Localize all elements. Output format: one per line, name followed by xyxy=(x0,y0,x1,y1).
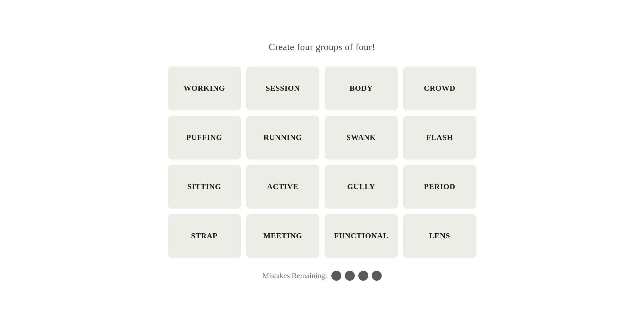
tile-meeting[interactable]: MEETING xyxy=(246,214,319,258)
tile-label-running: RUNNING xyxy=(263,133,302,142)
tile-working[interactable]: WORKING xyxy=(168,66,241,110)
tile-label-body: BODY xyxy=(350,84,373,93)
mistakes-label: Mistakes Remaining: xyxy=(262,271,327,280)
tile-label-puffing: PUFFING xyxy=(186,133,222,142)
tile-swank[interactable]: SWANK xyxy=(325,116,398,160)
tile-label-working: WORKING xyxy=(184,84,225,93)
mistakes-section: Mistakes Remaining: xyxy=(262,271,382,281)
tile-label-strap: STRAP xyxy=(191,232,217,240)
tile-label-active: ACTIVE xyxy=(267,182,298,191)
tile-functional[interactable]: FUNCTIONAL xyxy=(325,214,398,258)
game-subtitle: Create four groups of four! xyxy=(269,42,375,52)
tile-label-swank: SWANK xyxy=(347,133,376,142)
tile-label-period: PERIOD xyxy=(424,182,455,191)
mistake-dot-1 xyxy=(331,271,341,281)
tile-sitting[interactable]: SITTING xyxy=(168,165,241,209)
tile-label-flash: FLASH xyxy=(426,133,453,142)
tile-gully[interactable]: GULLY xyxy=(325,165,398,209)
tile-label-sitting: SITTING xyxy=(187,182,221,191)
tile-strap[interactable]: STRAP xyxy=(168,214,241,258)
tile-flash[interactable]: FLASH xyxy=(403,116,476,160)
tile-label-meeting: MEETING xyxy=(263,232,302,240)
tile-label-gully: GULLY xyxy=(347,182,375,191)
mistake-dot-4 xyxy=(372,271,382,281)
tile-session[interactable]: SESSION xyxy=(246,66,319,110)
tile-active[interactable]: ACTIVE xyxy=(246,165,319,209)
tile-body[interactable]: BODY xyxy=(325,66,398,110)
tile-period[interactable]: PERIOD xyxy=(403,165,476,209)
tile-label-session: SESSION xyxy=(266,84,300,93)
tile-lens[interactable]: LENS xyxy=(403,214,476,258)
word-grid: WORKINGSESSIONBODYCROWDPUFFINGRUNNINGSWA… xyxy=(168,66,476,258)
mistake-dot-3 xyxy=(358,271,368,281)
mistakes-dots xyxy=(331,271,382,281)
tile-crowd[interactable]: CROWD xyxy=(403,66,476,110)
tile-label-lens: LENS xyxy=(429,232,450,240)
tile-label-functional: FUNCTIONAL xyxy=(334,232,388,240)
tile-running[interactable]: RUNNING xyxy=(246,116,319,160)
tile-label-crowd: CROWD xyxy=(424,84,455,93)
tile-puffing[interactable]: PUFFING xyxy=(168,116,241,160)
mistake-dot-2 xyxy=(345,271,355,281)
